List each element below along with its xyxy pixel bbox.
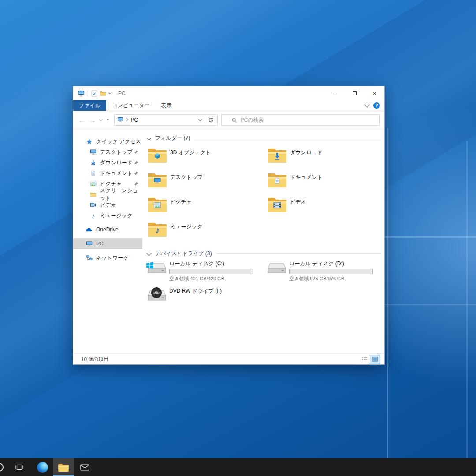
forward-button[interactable]: → <box>89 116 96 124</box>
music-icon: ♪ <box>89 212 97 219</box>
folder-label: ピクチャ <box>170 198 192 206</box>
sidebar-item-network[interactable]: ネットワーク <box>73 253 142 263</box>
sidebar-item-quick-access[interactable]: クイック アクセス <box>73 136 142 147</box>
qat-divider <box>88 90 88 97</box>
folder-tile-documents[interactable]: ドキュメント <box>267 171 384 195</box>
large-icons-view-icon <box>372 357 378 362</box>
sidebar-item-label: ミュージック <box>100 212 132 219</box>
close-button[interactable]: × <box>364 86 384 100</box>
group-header-drives[interactable]: デバイスとドライブ (3) <box>147 250 384 257</box>
drive-tile-dvd[interactable]: DVD DVD RW ドライブ (I:) <box>147 287 267 314</box>
navigation-pane: クイック アクセス デスクトップ ダウンロード <box>73 129 142 353</box>
search-input[interactable] <box>240 116 380 123</box>
sidebar-item-label: クイック アクセス <box>96 138 141 145</box>
folder-tile-downloads[interactable]: ダウンロード <box>267 146 384 171</box>
refresh-button[interactable] <box>205 115 217 125</box>
back-button[interactable]: ← <box>78 116 85 124</box>
cortana-search-button[interactable] <box>0 458 10 476</box>
search-box[interactable] <box>221 114 380 126</box>
qat-new-folder-icon[interactable] <box>100 90 106 96</box>
collapse-chevron-icon <box>146 135 151 140</box>
group-title: フォルダー (7) <box>155 134 190 142</box>
wallpaper-window-pane-line <box>387 128 388 458</box>
sidebar-item-videos[interactable]: ビデオ <box>73 200 142 210</box>
search-icon <box>231 117 237 123</box>
nav-arrows: ← → ↑ <box>78 116 110 124</box>
quick-access-toolbar <box>73 90 111 97</box>
edge-button[interactable] <box>32 458 53 476</box>
network-icon <box>86 254 93 261</box>
sidebar-item-screenshots[interactable]: スクリーンショット <box>73 189 142 200</box>
drive-capacity-bar <box>169 269 253 274</box>
pin-icon <box>134 171 138 177</box>
ribbon-expand-chevron-icon[interactable] <box>364 102 369 107</box>
tab-view[interactable]: 表示 <box>156 100 178 111</box>
qat-properties-icon[interactable] <box>91 90 97 97</box>
desktop-icon <box>89 149 97 156</box>
picture-glyph-icon <box>153 202 161 209</box>
folder-tile-desktop[interactable]: デスクトップ <box>147 171 267 195</box>
breadcrumb-pc-icon <box>117 116 123 124</box>
sidebar-item-desktop[interactable]: デスクトップ <box>73 147 142 157</box>
folder-label: ミュージック <box>170 223 202 231</box>
sidebar-item-label: ピクチャ <box>100 180 122 188</box>
wallpaper-beam <box>0 0 476 52</box>
tab-computer-label: コンピューター <box>112 102 149 109</box>
details-view-button[interactable] <box>360 355 369 364</box>
file-explorer-window: PC × ファイル コンピューター 表示 ? ← → ↑ <box>73 86 385 365</box>
sidebar-item-music[interactable]: ♪ ミュージック <box>73 210 142 221</box>
recent-locations-chevron-icon[interactable] <box>99 117 103 121</box>
task-view-icon <box>15 463 24 472</box>
folder-tile-videos[interactable]: ビデオ <box>267 195 384 220</box>
maximize-button[interactable] <box>345 86 364 100</box>
drive-info: DVD RW ドライブ (I:) <box>169 287 222 295</box>
large-icons-view-button[interactable] <box>370 355 380 364</box>
navigation-bar: ← → ↑ PC <box>73 111 384 129</box>
breadcrumb[interactable]: PC <box>131 117 138 123</box>
folder-icon <box>147 196 167 213</box>
tab-computer[interactable]: コンピューター <box>106 100 155 111</box>
qat-customize-chevron-icon[interactable] <box>108 91 112 94</box>
sidebar-item-pc[interactable]: PC <box>73 238 142 249</box>
minimize-icon <box>333 93 337 93</box>
file-explorer-button[interactable] <box>53 458 74 476</box>
sidebar-item-label: OneDrive <box>96 227 119 233</box>
sidebar-item-onedrive[interactable]: OneDrive <box>73 224 142 235</box>
drive-free-space: 空き領域 401 GB/420 GB <box>169 275 253 282</box>
group-title: デバイスとドライブ (3) <box>155 250 212 257</box>
folder-tile-music[interactable]: ♪ ミュージック <box>147 220 267 245</box>
address-bar[interactable]: PC <box>114 114 218 126</box>
breadcrumb-chevron-icon[interactable] <box>124 117 128 121</box>
address-dropdown-button[interactable] <box>196 115 205 125</box>
cortana-search-icon <box>0 463 4 472</box>
sidebar-item-downloads[interactable]: ダウンロード <box>73 157 142 168</box>
status-bar: 10 個の項目 <box>73 353 384 364</box>
folder-label: デスクトップ <box>170 174 203 181</box>
drive-info: ローカル ディスク (C:) 空き領域 401 GB/420 GB <box>169 260 253 282</box>
taskbar <box>0 458 476 476</box>
mail-icon <box>80 464 89 471</box>
folder-tile-pictures[interactable]: ピクチャ <box>147 195 267 220</box>
sidebar-item-label: ダウンロード <box>100 159 132 167</box>
ribbon-right-controls: ? <box>365 100 384 111</box>
minimize-button[interactable] <box>325 86 345 100</box>
task-view-button[interactable] <box>9 458 30 476</box>
help-icon: ? <box>375 103 378 108</box>
group-header-folders[interactable]: フォルダー (7) <box>147 134 384 141</box>
drive-tile-c[interactable]: ローカル ディスク (C:) 空き領域 401 GB/420 GB <box>147 260 267 287</box>
folder-tile-3d-objects[interactable]: 3D オブジェクト <box>147 146 267 171</box>
tab-file[interactable]: ファイル <box>73 100 106 111</box>
3d-object-glyph-icon <box>154 152 161 160</box>
document-icon <box>89 170 97 177</box>
onedrive-icon <box>86 226 93 233</box>
tab-file-label: ファイル <box>79 102 100 109</box>
film-glyph-icon <box>273 202 281 208</box>
sidebar-item-documents[interactable]: ドキュメント <box>73 168 142 178</box>
wallpaper-window-pane-line <box>380 236 476 238</box>
drive-tile-d[interactable]: ローカル ディスク (D:) 空き領域 975 GB/976 GB <box>267 260 384 287</box>
close-icon: × <box>372 90 376 97</box>
help-button[interactable]: ? <box>373 102 380 109</box>
ribbon-tab-bar: ファイル コンピューター 表示 ? <box>73 100 384 111</box>
up-button[interactable]: ↑ <box>106 116 110 124</box>
mail-button[interactable] <box>74 458 95 476</box>
